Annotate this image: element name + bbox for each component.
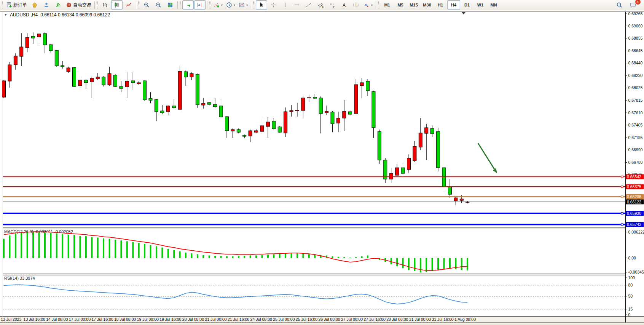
candlestick bbox=[108, 74, 111, 85]
search-button[interactable] bbox=[614, 0, 625, 10]
vline-button[interactable] bbox=[279, 0, 291, 10]
candlestick bbox=[425, 128, 428, 133]
timeframe-M5-button[interactable]: M5 bbox=[394, 0, 407, 10]
line-handle[interactable] bbox=[621, 212, 623, 214]
line-handle[interactable] bbox=[621, 176, 623, 178]
mt4-window: 新订单自动交易▾▾▾EFAT▾M1M5M15M30H1H4D1W1MN1 0.6… bbox=[0, 0, 644, 325]
candlestick bbox=[43, 34, 46, 45]
macd-histogram-bar bbox=[437, 258, 439, 271]
rsi-indicator-label: RSI(14) 33.3974 bbox=[4, 276, 35, 280]
periods-button[interactable]: ▾ bbox=[225, 0, 237, 10]
indicators-button[interactable]: ▾ bbox=[212, 0, 224, 10]
time-axis-label: 17 Jul 00:00 bbox=[69, 317, 91, 322]
candlestick bbox=[401, 168, 405, 173]
templates-button[interactable]: ▾ bbox=[237, 0, 249, 10]
channel-button[interactable]: E bbox=[315, 0, 326, 10]
time-axis-label: 27 Jul 16:00 bbox=[364, 317, 386, 322]
candlestick bbox=[20, 47, 23, 56]
macd-histogram-bar bbox=[120, 240, 122, 258]
community-button[interactable] bbox=[41, 0, 52, 10]
toolbar-separator bbox=[207, 1, 207, 9]
toolbar-drag-handle[interactable] bbox=[378, 1, 379, 9]
text-label-button[interactable]: T bbox=[350, 0, 362, 10]
tile-windows-button[interactable] bbox=[164, 0, 176, 10]
notifications-button[interactable]: 1 bbox=[627, 0, 639, 10]
candlestick bbox=[284, 112, 287, 133]
macd-histogram-bar bbox=[73, 235, 75, 258]
auto-scroll-button[interactable] bbox=[182, 0, 194, 10]
candlestick bbox=[84, 80, 88, 83]
line-handle[interactable] bbox=[621, 186, 623, 188]
market-button[interactable] bbox=[29, 0, 40, 10]
macd-histogram-bar bbox=[38, 232, 40, 258]
macd-histogram-bar bbox=[109, 239, 110, 258]
candlestick-button[interactable] bbox=[111, 0, 123, 10]
macd-histogram-bar bbox=[85, 236, 87, 258]
candlestick bbox=[32, 36, 35, 38]
cursor-button[interactable] bbox=[256, 0, 267, 10]
candlestick bbox=[378, 131, 381, 160]
macd-histogram-bar bbox=[138, 243, 140, 258]
button-label: D1 bbox=[464, 3, 470, 7]
rsi-axis-label: 50 bbox=[628, 294, 633, 298]
trendline-icon bbox=[306, 2, 312, 8]
price-axis-label: 0.68230 bbox=[628, 73, 643, 78]
candlestick bbox=[178, 71, 182, 109]
toolbar-drag-handle[interactable] bbox=[253, 1, 254, 9]
candlestick bbox=[266, 122, 269, 126]
pane-splitter[interactable] bbox=[3, 227, 626, 229]
macd-histogram-bar bbox=[209, 255, 210, 258]
zoom-out-button[interactable] bbox=[153, 0, 164, 10]
trendline-button[interactable] bbox=[303, 0, 314, 10]
time-axis-label: 24 Jul 08:00 bbox=[250, 317, 272, 322]
line-chart-button[interactable] bbox=[123, 0, 134, 10]
chart-ohlc-values: 0.66114 0.66134 0.66099 0.66122 bbox=[40, 12, 110, 18]
chart-shift-button[interactable] bbox=[194, 0, 206, 10]
timeframe-W1-button[interactable]: W1 bbox=[474, 0, 487, 10]
timeframe-M1-button[interactable]: M1 bbox=[381, 0, 394, 10]
crosshair-button[interactable] bbox=[268, 0, 279, 10]
candlestick bbox=[296, 110, 299, 111]
candlestick bbox=[448, 187, 451, 194]
candlestick bbox=[73, 67, 76, 86]
macd-histogram-bar bbox=[56, 234, 57, 258]
candlestick bbox=[96, 77, 99, 79]
timeframe-D1-button[interactable]: D1 bbox=[461, 0, 473, 10]
shapes-button[interactable]: ▾ bbox=[362, 0, 374, 10]
toolbar-drag-handle[interactable] bbox=[180, 1, 181, 9]
macd-histogram-bar bbox=[115, 240, 116, 258]
timeframe-H4-button[interactable]: H4 bbox=[447, 0, 460, 10]
line-chart-icon bbox=[126, 2, 132, 8]
zoom-in-button[interactable] bbox=[141, 0, 152, 10]
macd-histogram-bar bbox=[15, 234, 16, 258]
chart-background bbox=[0, 10, 644, 325]
toolbar-drag-handle[interactable] bbox=[97, 1, 98, 9]
line-handle[interactable] bbox=[621, 196, 623, 198]
auto-trading-button[interactable]: 自动交易 bbox=[64, 0, 93, 10]
timeframe-M30-button[interactable]: M30 bbox=[421, 0, 434, 10]
toolbar-drag-handle[interactable] bbox=[209, 1, 210, 9]
line-handle[interactable] bbox=[621, 224, 623, 226]
signals-button[interactable] bbox=[53, 0, 64, 10]
text-button[interactable]: A bbox=[338, 0, 350, 10]
macd-histogram-bar bbox=[91, 237, 92, 258]
chart-dropdown-icon[interactable]: ▼ bbox=[4, 13, 7, 17]
timeframe-MN-button[interactable]: MN bbox=[487, 0, 500, 10]
candlestick bbox=[131, 81, 135, 83]
macd-histogram-bar bbox=[391, 258, 392, 264]
fibonacci-button[interactable]: F bbox=[327, 0, 338, 10]
new-order-button[interactable]: 新订单 bbox=[5, 0, 29, 10]
rsi-axis-label: 100 bbox=[628, 275, 635, 280]
time-axis-label: 21 Jul 00:00 bbox=[205, 317, 226, 322]
macd-histogram-bar bbox=[285, 253, 286, 258]
timeframe-H1-button[interactable]: H1 bbox=[434, 0, 447, 10]
candlestick bbox=[78, 80, 82, 86]
toolbar-drag-handle[interactable] bbox=[138, 1, 139, 9]
text-icon: A bbox=[341, 2, 347, 8]
pane-splitter[interactable] bbox=[3, 273, 626, 275]
bar-chart-button[interactable] bbox=[99, 0, 111, 10]
toolbar-drag-handle[interactable] bbox=[2, 1, 3, 9]
hline-button[interactable] bbox=[291, 0, 303, 10]
toolbar-separator bbox=[376, 1, 376, 9]
timeframe-M15-button[interactable]: M15 bbox=[407, 0, 420, 10]
